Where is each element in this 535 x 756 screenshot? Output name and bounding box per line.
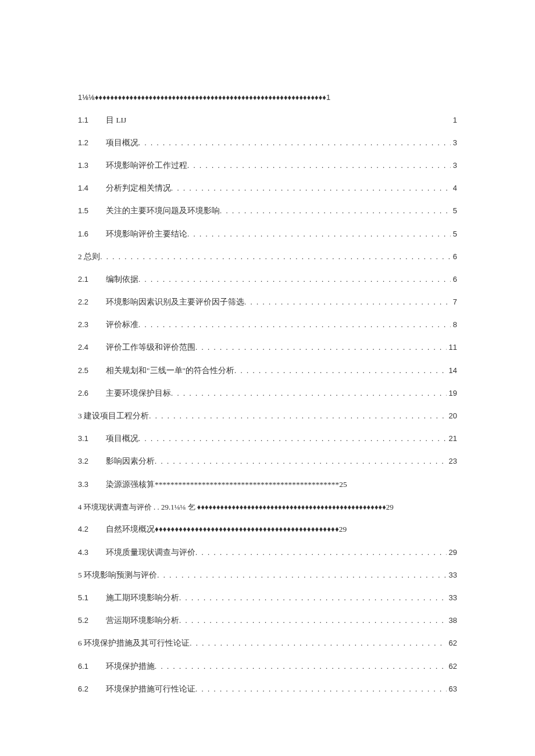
toc-entry-raw: 3.3染源源强核算*******************************… — [78, 480, 457, 489]
toc-entry-title: 项目概况 — [106, 434, 138, 443]
toc-entry: 1.3环境影响评价工作过程. . . . . . . . . . . . . .… — [78, 161, 457, 170]
toc-entry: 1.4分析判定相关情况. . . . . . . . . . . . . . .… — [78, 184, 457, 193]
toc-entry: 1.1目 LIJ1 — [78, 116, 457, 125]
toc-entry-number: 2.5 — [78, 366, 106, 375]
toc-leader: . . . . . . . . . . . . . . . . . . . . … — [155, 457, 447, 466]
toc-entry-title: 主要环境保护目标 — [106, 389, 171, 398]
toc-leader: . . . . . . . . . . . . . . . . . . . . … — [179, 616, 447, 625]
toc-section: 3 建设项目工程分析 . . . . . . . . . . . . . . .… — [78, 411, 457, 421]
toc-entry: 1.2项目概况. . . . . . . . . . . . . . . . .… — [78, 138, 457, 148]
toc-entry-number: 5.2 — [78, 616, 106, 625]
toc-entry-number: 1.3 — [78, 161, 106, 170]
toc-entry-number: 3.3 — [78, 480, 106, 489]
toc-page-number: 3 — [451, 138, 457, 148]
toc-leader: . . . . . . . . . . . . . . . . . . . . … — [195, 343, 447, 352]
toc-entry-title: 环境质量现状调查与评价 — [106, 548, 195, 557]
toc-entry-number: 2.1 — [78, 275, 106, 284]
toc-entry-number: 3.1 — [78, 434, 106, 443]
toc-entry-number: 4.3 — [78, 548, 106, 557]
toc-entry: 2.4评价工作等级和评价范围. . . . . . . . . . . . . … — [78, 343, 457, 352]
toc-entry-number: 6.2 — [78, 685, 106, 694]
toc-leader: . . . . . . . . . . . . . . . . . . . . … — [171, 184, 451, 193]
toc-entry: 2.6主要环境保护目标. . . . . . . . . . . . . . .… — [78, 389, 457, 398]
toc-leader: . . . . . . . . . . . . . . . . . . . . … — [220, 206, 451, 216]
toc-entry-title: 评价工作等级和评价范围 — [106, 343, 195, 352]
toc-section-raw: 4 环境现状调查与评价 . . 29.1⅛⅛ 乞 ♦♦♦♦♦♦♦♦♦♦♦♦♦♦♦… — [78, 503, 457, 512]
toc-leader: . . . . . . . . . . . . . . . . . . . . … — [234, 366, 447, 375]
toc-leader: . . . . . . . . . . . . . . . . . . . . … — [187, 161, 451, 170]
toc-page-number: 5 — [451, 230, 457, 239]
toc-leader: . . . . . . . . . . . . . . . . . . . . … — [138, 138, 451, 148]
toc-page-number: 38 — [447, 616, 457, 625]
toc-entry-number: 4.2 — [78, 525, 106, 534]
toc-entry-raw-title: 染源源强核算**********************************… — [106, 480, 347, 489]
toc-section: 6 环境保护措施及其可行性论证 . . . . . . . . . . . . … — [78, 639, 457, 648]
toc-section-title: 5 环境影响预测与评价 — [78, 571, 157, 580]
toc-entry-title: 评价标准 — [106, 320, 138, 329]
toc-page-number: 6 — [451, 252, 457, 261]
toc-entry-title: 营运期环境影响分析 — [106, 616, 179, 625]
toc-entry: 1.5关注的主要环境问题及环境影响. . . . . . . . . . . .… — [78, 206, 457, 216]
toc-leader: . . . . . . . . . . . . . . . . . . . . … — [179, 593, 447, 603]
toc-leader: . . . . . . . . . . . . . . . . . . . . … — [157, 571, 446, 580]
toc-entry-title: 关注的主要环境问题及环境影响 — [106, 206, 220, 216]
toc-entry-number: 1.6 — [78, 230, 106, 239]
toc-leader: . . . . . . . . . . . . . . . . . . . . … — [155, 662, 447, 671]
toc-entry: 2.2环境影响因素识别及主要评价因子筛选. . . . . . . . . . … — [78, 298, 457, 307]
toc-entry: 5.1施工期环境影响分析. . . . . . . . . . . . . . … — [78, 593, 457, 603]
toc-entry: 2.3评价标准. . . . . . . . . . . . . . . . .… — [78, 320, 457, 329]
toc-leader: . . . . . . . . . . . . . . . . . . . . … — [195, 685, 447, 694]
toc-leader: . . . . . . . . . . . . . . . . . . . . … — [187, 230, 451, 239]
toc-section-title: 6 环境保护措施及其可行性论证 — [78, 639, 190, 648]
toc-entry-title: 施工期环境影响分析 — [106, 593, 179, 603]
toc-entry-raw: 4.2自然环境概况♦♦♦♦♦♦♦♦♦♦♦♦♦♦♦♦♦♦♦♦♦♦♦♦♦♦♦♦♦♦♦… — [78, 525, 457, 534]
toc-entry: 2.5相关规划和"三线一单"的符合性分析. . . . . . . . . . … — [78, 366, 457, 375]
toc-entry: 3.2影响因素分析. . . . . . . . . . . . . . . .… — [78, 457, 457, 466]
toc-page-number: 3 — [451, 161, 457, 170]
toc-entry: 1.6环境影响评价主要结论. . . . . . . . . . . . . .… — [78, 230, 457, 239]
toc-page-number: 1 — [451, 116, 457, 125]
toc-entry-number: 1.1 — [78, 116, 106, 125]
toc-page-number: 62 — [447, 639, 457, 648]
toc-entry-title: 编制依据 — [106, 275, 138, 284]
toc-entry-title: 目 LIJ — [106, 116, 126, 125]
toc-page-number: 6 — [451, 275, 457, 284]
toc-page-number: 20 — [447, 411, 457, 421]
toc-entry-title: 影响因素分析 — [106, 457, 155, 466]
toc-page-number: 5 — [451, 206, 457, 216]
toc-leader: . . . . . . . . . . . . . . . . . . . . … — [138, 275, 451, 284]
toc-page-number: 63 — [447, 685, 457, 694]
toc-leader: . . . . . . . . . . . . . . . . . . . . … — [244, 298, 451, 307]
toc-entry-title: 环境保护措施可行性论证 — [106, 685, 195, 694]
toc-page-number: 7 — [451, 298, 457, 307]
toc-leader: . . . . . . . . . . . . . . . . . . . . … — [138, 320, 451, 329]
toc-page-number: 4 — [451, 184, 457, 193]
toc-leader: . . . . . . . . . . . . . . . . . . . . … — [195, 548, 447, 557]
toc-section-title: 2 总则 — [78, 252, 100, 261]
toc-entry-number: 2.3 — [78, 320, 106, 329]
toc-entry-title: 环境保护措施 — [106, 662, 155, 671]
toc-page-number: 33 — [447, 571, 457, 580]
toc-entry-number: 2.2 — [78, 298, 106, 307]
toc-entry-number: 2.4 — [78, 343, 106, 352]
toc-entry-number: 5.1 — [78, 593, 106, 603]
toc-page-number: 14 — [447, 366, 457, 375]
toc-page-number: 23 — [447, 457, 457, 466]
toc-page-number: 19 — [447, 389, 457, 398]
toc-page-number: 21 — [447, 434, 457, 443]
toc-page-number: 8 — [451, 320, 457, 329]
toc-section: 2 总则 . . . . . . . . . . . . . . . . . .… — [78, 252, 457, 261]
toc-entry-raw-title: 自然环境概况♦♦♦♦♦♦♦♦♦♦♦♦♦♦♦♦♦♦♦♦♦♦♦♦♦♦♦♦♦♦♦♦♦♦… — [106, 525, 347, 534]
toc-page-number: 29 — [447, 548, 457, 557]
toc-entry-title: 相关规划和"三线一单"的符合性分析 — [106, 366, 234, 375]
toc-entry-title: 环境影响因素识别及主要评价因子筛选 — [106, 298, 244, 307]
toc-entry-number: 1.4 — [78, 184, 106, 193]
toc-page-number: 62 — [447, 662, 457, 671]
toc-raw-text: 4 环境现状调查与评价 . . 29.1⅛⅛ 乞 ♦♦♦♦♦♦♦♦♦♦♦♦♦♦♦… — [78, 503, 394, 511]
toc-section: 5 环境影响预测与评价 . . . . . . . . . . . . . . … — [78, 571, 457, 580]
toc-entry-title: 环境影响评价工作过程 — [106, 161, 187, 170]
toc-leader: . . . . . . . . . . . . . . . . . . . . … — [190, 639, 446, 648]
toc-entry: 6.2环境保护措施可行性论证. . . . . . . . . . . . . … — [78, 685, 457, 694]
toc-entry-title: 分析判定相关情况 — [106, 184, 171, 193]
toc-page-number: 33 — [447, 593, 457, 603]
